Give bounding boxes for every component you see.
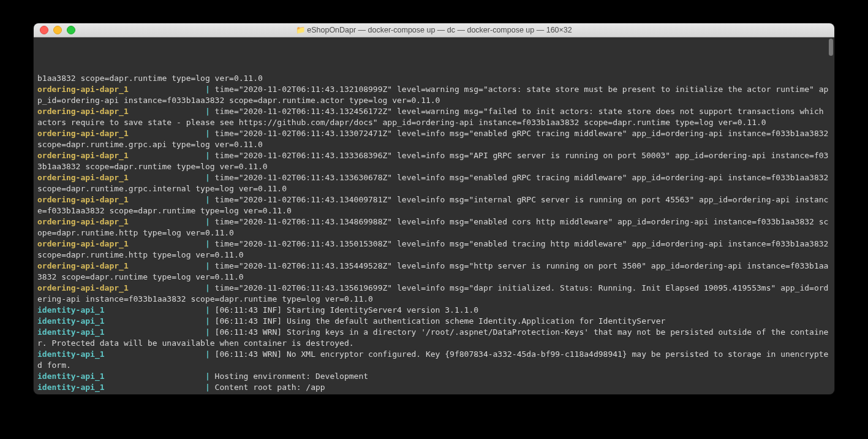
log-line: identity-api_1 | [06:11:43 WRN] No XML e… [37, 349, 831, 371]
log-source: identity-api_1 [37, 372, 205, 381]
log-separator: | [205, 195, 215, 204]
log-line: ordering-api-dapr_1 | time="2020-11-02T0… [37, 172, 831, 194]
log-separator: | [205, 349, 215, 359]
log-separator: | [205, 327, 215, 337]
log-separator: | [205, 283, 215, 292]
log-message: b1aa3832 scope=dapr.runtime type=log ver… [37, 74, 263, 83]
log-line: identity-api_1 | Hosting environment: De… [37, 371, 831, 382]
traffic-lights [34, 26, 75, 34]
log-source: ordering-api-dapr_1 [37, 195, 205, 204]
log-separator: | [205, 239, 215, 248]
log-line: ordering-api-dapr_1 | time="2020-11-02T0… [37, 150, 831, 172]
log-source: ordering-api-dapr_1 [37, 85, 205, 94]
log-separator: | [205, 394, 215, 394]
log-separator: | [205, 372, 215, 381]
log-source: ordering-api-dapr_1 [37, 283, 205, 292]
log-source: ordering-api-dapr_1 [37, 217, 205, 226]
log-line: identity-api_1 | [06:11:43 INF] Using th… [37, 316, 831, 327]
close-icon[interactable] [40, 26, 48, 34]
maximize-icon[interactable] [67, 26, 75, 34]
log-source: ordering-api-dapr_1 [37, 239, 205, 248]
log-line: ordering-api-dapr_1 | time="2020-11-02T0… [37, 106, 831, 128]
log-separator: | [205, 316, 215, 326]
window-title: 📁 eShopOnDapr — docker-compose up — dc —… [34, 26, 834, 34]
log-source: ordering-api-dapr_1 [37, 151, 205, 160]
log-separator: | [205, 85, 215, 94]
log-separator: | [205, 217, 215, 226]
log-source: identity-api_1 [37, 327, 205, 337]
log-line: ordering-api-dapr_1 | time="2020-11-02T0… [37, 261, 831, 283]
log-line: identity-api_1 | Content root path: /app [37, 382, 831, 393]
log-separator: | [205, 261, 215, 270]
log-message: [06:11:43 INF] Starting IdentityServer4 … [215, 305, 478, 315]
log-line: identity-api_1 | Now listening on: http:… [37, 393, 831, 394]
log-message: Content root path: /app [215, 383, 325, 392]
window-title-text: eShopOnDapr — docker-compose up — dc — d… [307, 26, 572, 34]
folder-icon: 📁 [296, 26, 304, 34]
log-line: ordering-api-dapr_1 | time="2020-11-02T0… [37, 216, 831, 239]
log-message: [06:11:43 INF] Using the default authent… [215, 316, 666, 326]
log-source: ordering-api-dapr_1 [37, 129, 205, 138]
log-source: identity-api_1 [37, 394, 205, 394]
log-separator: | [205, 129, 215, 138]
log-separator: | [205, 107, 215, 116]
log-line: ordering-api-dapr_1 | time="2020-11-02T0… [37, 194, 831, 216]
log-line: b1aa3832 scope=dapr.runtime type=log ver… [37, 73, 831, 84]
scrollbar-thumb[interactable] [829, 39, 833, 56]
log-source: ordering-api-dapr_1 [37, 107, 205, 116]
log-message: Hosting environment: Development [215, 372, 368, 381]
log-source: identity-api_1 [37, 383, 205, 392]
log-separator: | [205, 173, 215, 182]
log-line: identity-api_1 | [06:11:43 INF] Starting… [37, 305, 831, 316]
log-source: ordering-api-dapr_1 [37, 261, 205, 270]
log-source: identity-api_1 [37, 305, 205, 315]
titlebar[interactable]: 📁 eShopOnDapr — docker-compose up — dc —… [34, 23, 834, 37]
minimize-icon[interactable] [53, 26, 62, 34]
terminal-output[interactable]: b1aa3832 scope=dapr.runtime type=log ver… [34, 37, 834, 394]
terminal-window: 📁 eShopOnDapr — docker-compose up — dc —… [34, 23, 834, 394]
log-line: ordering-api-dapr_1 | time="2020-11-02T0… [37, 283, 831, 305]
log-line: ordering-api-dapr_1 | time="2020-11-02T0… [37, 128, 831, 150]
log-line: identity-api_1 | [06:11:43 WRN] Storing … [37, 327, 831, 349]
log-separator: | [205, 305, 215, 315]
log-source: ordering-api-dapr_1 [37, 173, 205, 182]
log-message: Now listening on: http://0.0.0.0:80 [215, 394, 383, 394]
log-source: identity-api_1 [37, 349, 205, 359]
log-separator: | [205, 151, 215, 160]
log-source: identity-api_1 [37, 316, 205, 326]
log-line: ordering-api-dapr_1 | time="2020-11-02T0… [37, 84, 831, 106]
log-separator: | [205, 383, 215, 392]
log-line: ordering-api-dapr_1 | time="2020-11-02T0… [37, 239, 831, 261]
